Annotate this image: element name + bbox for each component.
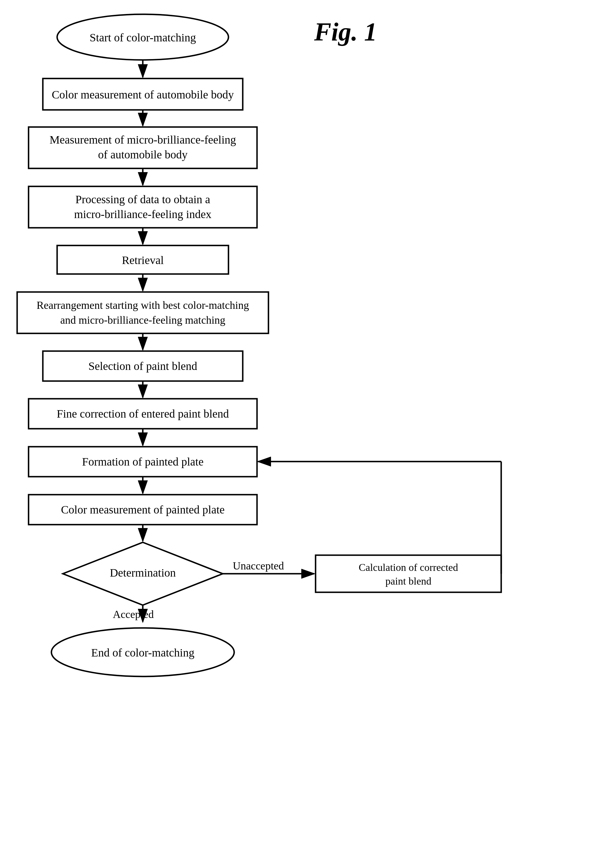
svg-rect-13 <box>43 351 243 381</box>
svg-point-26 <box>51 628 234 676</box>
flowchart-svg: Start of color-matching Color measuremen… <box>0 0 614 868</box>
svg-rect-9 <box>57 245 229 274</box>
color-meas-plate-text: Color measurement of painted plate <box>61 503 224 516</box>
processing-text-2: micro-brilliance-feeling index <box>74 208 211 221</box>
retrieval-text: Retrieval <box>122 254 164 267</box>
rearrangement-text-2: and micro-brilliance-feeling matching <box>60 314 225 326</box>
rearrangement-text-1: Rearrangement starting with best color-m… <box>37 299 249 311</box>
determination-diamond <box>63 542 223 605</box>
start-text: Start of color-matching <box>90 31 196 44</box>
svg-rect-3 <box>43 79 243 110</box>
unaccepted-label: Unaccepted <box>233 560 284 572</box>
micro-meas-text-1: Measurement of micro-brilliance-feeling <box>50 133 236 146</box>
svg-rect-7 <box>28 186 257 228</box>
accepted-label: Accepted <box>113 608 154 620</box>
determination-text: Determination <box>110 566 176 579</box>
calc-corrected-text-1: Calculation of corrected <box>359 562 458 573</box>
selection-text: Selection of paint blend <box>88 360 197 372</box>
micro-meas-text-2: of automobile body <box>98 148 187 161</box>
end-text: End of color-matching <box>91 646 194 659</box>
fine-correction-text: Fine correction of entered paint blend <box>56 407 229 420</box>
color-meas-body-text: Color measurement of automobile body <box>52 88 234 101</box>
svg-rect-19 <box>28 494 257 525</box>
svg-rect-11 <box>17 292 269 333</box>
svg-rect-15 <box>28 399 257 429</box>
page: Fig. 1 Start of color-matching Color mea… <box>0 0 614 868</box>
svg-rect-5 <box>28 127 257 168</box>
processing-text-1: Processing of data to obtain a <box>75 193 210 206</box>
calc-corrected-text-2: paint blend <box>385 575 432 587</box>
svg-rect-17 <box>28 447 257 477</box>
formation-text: Formation of painted plate <box>82 455 203 468</box>
svg-point-1 <box>57 14 229 60</box>
figure-label: Fig. 1 <box>314 17 377 46</box>
svg-rect-22 <box>316 555 501 592</box>
